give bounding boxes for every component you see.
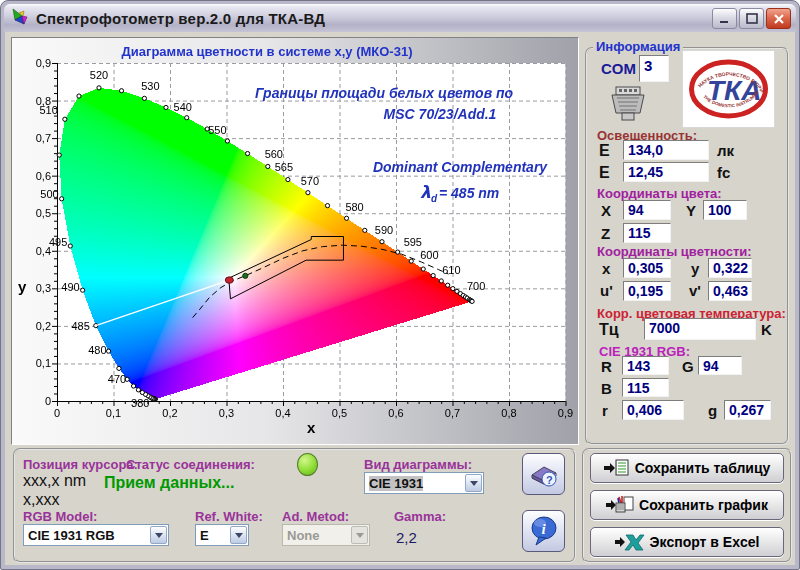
cct-name: Тц: [599, 321, 619, 339]
close-button[interactable]: [766, 8, 791, 29]
save-chart-icon: [606, 495, 634, 515]
illuminance-e-lux-name: E: [599, 142, 610, 160]
cie-chromaticity-chart[interactable]: [12, 38, 578, 444]
excel-icon: [615, 533, 645, 551]
save-table-label: Сохранить таблицу: [635, 460, 771, 476]
coord-z-name: Z: [601, 225, 610, 242]
cct-unit: K: [761, 321, 772, 338]
ref-white-value: E: [200, 528, 209, 543]
save-table-button[interactable]: Сохранить таблицу: [590, 453, 784, 483]
rgb-g-value: 94: [698, 356, 742, 375]
gamma-value: 2,2: [396, 529, 417, 546]
illuminance-fc-value: 12,45: [623, 162, 709, 182]
chevron-down-icon[interactable]: [465, 474, 482, 492]
save-chart-button[interactable]: Сохранить график: [590, 490, 784, 520]
window-title: Спектрофотометр вер.2.0 для ТКА-ВД: [36, 10, 325, 27]
svg-text:?: ?: [546, 474, 553, 486]
rgb-rl-value: 0,406: [622, 400, 684, 420]
coord-x-value: 94: [623, 200, 671, 220]
diagram-type-select[interactable]: CIE 1931: [364, 472, 484, 494]
cursor-xy-value: x,xxx: [23, 491, 59, 509]
chroma-x-name: x: [602, 260, 610, 277]
help-book-icon: ?: [528, 458, 560, 490]
help-button[interactable]: ?: [522, 453, 565, 495]
rgb-g-name: G: [682, 358, 694, 375]
ad-metod-value: None: [287, 528, 320, 543]
cct-value: 7000: [644, 318, 756, 340]
connection-status-led: [297, 453, 318, 476]
chroma-y-name: y: [691, 260, 699, 277]
info-bubble-icon: i: [529, 515, 559, 547]
diagram-type-label: Вид диаграммы:: [364, 457, 472, 472]
title-bar[interactable]: Спектрофотометр вер.2.0 для ТКА-ВД: [4, 4, 796, 32]
com-port-value[interactable]: 3: [639, 55, 669, 82]
rgb-gl-name: g: [708, 402, 717, 419]
chevron-down-icon[interactable]: [230, 526, 247, 544]
save-chart-label: Сохранить график: [639, 497, 768, 513]
export-excel-button[interactable]: Экспорт в Excel: [590, 527, 784, 557]
rgb-r-value: 143: [622, 356, 669, 375]
illuminance-e-fc-name: E: [599, 164, 610, 182]
coord-y-value: 100: [703, 200, 747, 220]
fc-unit: fc: [717, 164, 730, 181]
gamma-label: Gamma:: [394, 509, 446, 524]
serial-connector-icon: [607, 86, 649, 122]
chromaticity-diagram-panel: [11, 37, 579, 445]
rgb-gl-value: 0,267: [724, 400, 771, 420]
chevron-down-icon: [351, 526, 368, 544]
app-window: Спектрофотометр вер.2.0 для ТКА-ВД Инфор…: [0, 0, 800, 570]
maximize-icon: [746, 13, 758, 24]
rgb-model-label: RGB Model:: [23, 509, 97, 524]
ad-metod-select: None: [282, 524, 370, 546]
save-table-icon: [604, 459, 630, 477]
info-button[interactable]: i: [522, 510, 565, 552]
connection-status-label: Статус соединения:: [126, 457, 255, 472]
ref-white-label: Ref. White:: [195, 509, 263, 524]
chroma-u-name: u': [600, 282, 613, 299]
minimize-button[interactable]: [712, 8, 737, 29]
illuminance-lux-value: 134,0: [623, 140, 709, 160]
cursor-nm-value: xxx,x nm: [23, 472, 86, 490]
chevron-down-icon[interactable]: [150, 526, 167, 544]
coord-z-value: 115: [623, 223, 671, 243]
maximize-button[interactable]: [739, 8, 764, 29]
lux-unit: лк: [717, 142, 734, 159]
info-group-title: Информация: [593, 40, 683, 53]
ad-metod-label: Ad. Metod:: [282, 509, 349, 524]
chroma-v-value: 0,463: [708, 281, 752, 301]
com-port-label: COM: [601, 60, 636, 77]
tka-logo: ТКА НАУКА ТВОРЧЕСТВО В ПРИБОРАХ THE DOME…: [682, 50, 775, 128]
chroma-x-value: 0,305: [623, 258, 671, 278]
rgb-r-name: R: [601, 358, 612, 375]
chroma-y-value: 0,322: [708, 258, 752, 278]
rgb-rl-name: r: [602, 402, 608, 419]
chroma-v-name: v': [689, 282, 701, 299]
coord-x-name: X: [601, 202, 611, 219]
rgb-model-select[interactable]: CIE 1931 RGB: [23, 524, 169, 546]
coord-y-name: Y: [686, 202, 696, 219]
rgb-model-value: CIE 1931 RGB: [28, 528, 115, 543]
color-coords-label: Координаты цвета:: [597, 186, 722, 201]
cursor-position-label: Позиция курсора:: [23, 457, 138, 472]
close-icon: [773, 13, 785, 25]
chromaticity-coords-label: Координаты цветности:: [597, 244, 752, 259]
connection-status-text: Прием данных...: [104, 474, 234, 492]
minimize-icon: [719, 14, 731, 24]
diagram-type-value: CIE 1931: [369, 476, 423, 491]
chroma-u-value: 0,195: [623, 281, 671, 301]
app-icon: [10, 8, 30, 28]
rgb-b-value: 115: [622, 378, 669, 397]
export-excel-label: Экспорт в Excel: [650, 534, 760, 550]
ref-white-select[interactable]: E: [195, 524, 249, 546]
rgb-b-name: B: [601, 380, 612, 397]
